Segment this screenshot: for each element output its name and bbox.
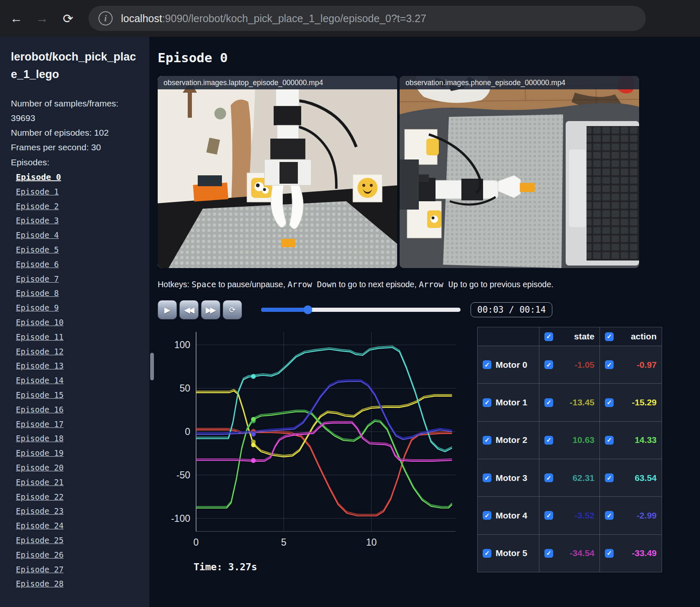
- motor-0-state-checkbox[interactable]: ✓: [544, 360, 553, 369]
- current-dot-action-motor-2: [251, 417, 256, 422]
- motor-2-checkbox[interactable]: ✓: [483, 436, 491, 445]
- motor-4-action-checkbox[interactable]: ✓: [605, 511, 614, 520]
- url-text[interactable]: localhost:9090/lerobot/koch_pick_place_1…: [121, 13, 426, 25]
- seek-slider[interactable]: [261, 308, 461, 312]
- motor-1-action-checkbox[interactable]: ✓: [605, 398, 614, 407]
- forward-icon[interactable]: →: [33, 9, 52, 28]
- hotkeys-help: Hotkeys: Space to pause/unpause, Arrow D…: [158, 280, 692, 289]
- state-header: state: [557, 331, 594, 341]
- motor-2-action-checkbox[interactable]: ✓: [605, 436, 614, 445]
- motor-2-label: Motor 2: [496, 435, 527, 445]
- x-tick-label: 10: [366, 537, 377, 548]
- motor-5-checkbox[interactable]: ✓: [483, 549, 491, 558]
- episode-link-8[interactable]: Episode 8: [16, 288, 59, 298]
- episode-link-28[interactable]: Episode 28: [16, 579, 63, 588]
- video-phone[interactable]: observation.images.phone_episode_000000.…: [400, 76, 639, 268]
- motor-3-checkbox[interactable]: ✓: [483, 473, 491, 482]
- episode-link-5[interactable]: Episode 5: [16, 245, 59, 254]
- fast-forward-button[interactable]: ▶▶: [201, 300, 220, 319]
- x-tick-label: 0: [194, 537, 199, 548]
- hotkey-arrow-down: Arrow Down: [287, 280, 336, 289]
- motor-0-checkbox[interactable]: ✓: [483, 360, 491, 369]
- samples-count: Number of samples/frames: 39693: [11, 96, 139, 126]
- motor-5-label: Motor 5: [496, 548, 527, 558]
- episode-link-16[interactable]: Episode 16: [16, 405, 63, 414]
- robot-top: [276, 89, 299, 106]
- episode-link-3[interactable]: Episode 3: [16, 216, 59, 225]
- episode-link-0[interactable]: Episode 0: [16, 172, 61, 182]
- episode-link-11[interactable]: Episode 11: [16, 332, 63, 341]
- motor-4-checkbox[interactable]: ✓: [483, 511, 491, 520]
- video-laptop[interactable]: observation.images.laptop_episode_000000…: [158, 76, 397, 268]
- video-label-phone: observation.images.phone_episode_000000.…: [400, 76, 639, 89]
- episode-list-item: Episode 6: [16, 258, 139, 272]
- episode-link-14[interactable]: Episode 14: [16, 376, 63, 385]
- motor-3-label: Motor 3: [496, 473, 527, 483]
- episode-link-24[interactable]: Episode 24: [16, 521, 63, 530]
- play-button[interactable]: ▶: [158, 300, 177, 319]
- episode-link-21[interactable]: Episode 21: [16, 478, 63, 487]
- state-line-motor-0: [196, 428, 452, 514]
- episode-link-10[interactable]: Episode 10: [16, 318, 63, 327]
- scrollbar-thumb[interactable]: [150, 353, 154, 380]
- episode-link-2[interactable]: Episode 2: [16, 202, 59, 211]
- episode-link-25[interactable]: Episode 25: [16, 536, 63, 545]
- site-info-icon[interactable]: i: [98, 11, 113, 25]
- motor-1-action-value: -15.29: [618, 397, 657, 407]
- episode-link-7[interactable]: Episode 7: [16, 274, 59, 283]
- page-title: Episode 0: [158, 50, 692, 65]
- episode-link-6[interactable]: Episode 6: [16, 260, 59, 269]
- state-column-checkbox[interactable]: ✓: [544, 332, 553, 341]
- action-column-checkbox[interactable]: ✓: [605, 332, 614, 341]
- episode-link-20[interactable]: Episode 20: [16, 463, 63, 472]
- episode-list-item: Episode 9: [16, 301, 139, 316]
- time-display: 00:03 / 00:14: [471, 302, 552, 317]
- episode-link-9[interactable]: Episode 9: [16, 303, 59, 312]
- rewind-button[interactable]: ◀◀: [179, 300, 199, 319]
- motor-0-action-checkbox[interactable]: ✓: [605, 360, 614, 369]
- current-dot-action-motor-1: [251, 443, 256, 447]
- motor-5-action-value: -33.49: [618, 548, 657, 558]
- episode-link-18[interactable]: Episode 18: [16, 434, 63, 443]
- motor-0-action-value: -0.97: [618, 360, 657, 370]
- back-icon[interactable]: ←: [7, 9, 26, 28]
- motor-table: ✓state ✓action ✓Motor 0 ✓-1.05 ✓-0.97 ✓M…: [477, 327, 662, 572]
- episode-link-4[interactable]: Episode 4: [16, 230, 59, 240]
- motor-5-state-checkbox[interactable]: ✓: [544, 549, 553, 558]
- hotkeys-mid1: to pause/unpause,: [216, 280, 287, 289]
- table-header-row: ✓state ✓action: [478, 327, 662, 346]
- episode-link-13[interactable]: Episode 13: [16, 361, 63, 370]
- motor-2-state-checkbox[interactable]: ✓: [544, 436, 553, 445]
- current-dot-action-motor-4: [251, 432, 256, 437]
- motor-5-action-checkbox[interactable]: ✓: [605, 549, 614, 558]
- motor-1-checkbox[interactable]: ✓: [483, 398, 491, 407]
- reload-icon[interactable]: ⟳: [58, 9, 78, 28]
- motor-3-state-checkbox[interactable]: ✓: [544, 473, 553, 482]
- motor-3-action-checkbox[interactable]: ✓: [605, 473, 614, 482]
- episode-list-item: Episode 1: [16, 185, 139, 200]
- episode-link-23[interactable]: Episode 23: [16, 506, 63, 516]
- episode-link-1[interactable]: Episode 1: [16, 187, 59, 196]
- episode-link-12[interactable]: Episode 12: [16, 347, 63, 356]
- episode-link-17[interactable]: Episode 17: [16, 420, 63, 429]
- motor-1-state-checkbox[interactable]: ✓: [544, 398, 553, 407]
- episode-link-26[interactable]: Episode 26: [16, 550, 63, 559]
- address-bar[interactable]: i localhost:9090/lerobot/koch_pick_place…: [88, 6, 646, 31]
- electronics-board: [198, 175, 222, 186]
- episode-link-15[interactable]: Episode 15: [16, 390, 63, 400]
- episode-link-22[interactable]: Episode 22: [16, 492, 63, 501]
- episode-list-item: Episode 7: [16, 272, 139, 287]
- action-line-motor-5: [196, 423, 452, 461]
- box-sticker1: [426, 139, 439, 155]
- episode-link-19[interactable]: Episode 19: [16, 448, 63, 458]
- episode-link-27[interactable]: Episode 27: [16, 565, 63, 574]
- episode-list-item: Episode 18: [16, 432, 139, 446]
- loop-button[interactable]: ⟳: [223, 300, 242, 319]
- motor-3-action-value: 63.54: [618, 473, 657, 483]
- episode-list-item: Episode 27: [16, 563, 139, 577]
- seek-thumb[interactable]: [303, 306, 312, 314]
- motor-0-label: Motor 0: [496, 360, 527, 370]
- episode-list-item: Episode 25: [16, 534, 139, 548]
- table-row-motor-1: ✓Motor 1 ✓-13.45 ✓-15.29: [478, 384, 662, 421]
- motor-4-state-checkbox[interactable]: ✓: [544, 511, 553, 520]
